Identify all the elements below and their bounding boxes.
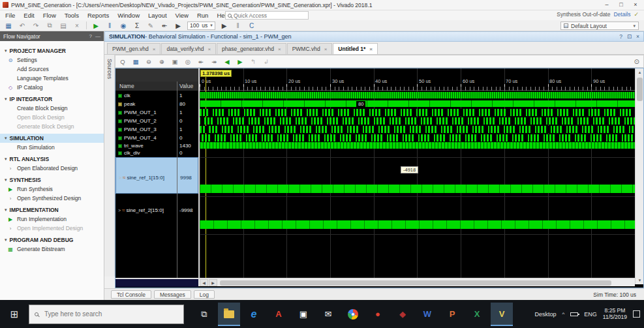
waveform-sine-ref-1[interactable] (200, 185, 635, 193)
section-simulation[interactable]: ▾SIMULATION (0, 134, 104, 143)
waveform-clk[interactable] (200, 92, 635, 98)
signal-row-clk-div[interactable]: clk_div0 (115, 149, 198, 157)
sidebar-item-language-templates[interactable]: Language Templates (0, 74, 104, 83)
waveform-pwm-out-2[interactable] (200, 117, 635, 125)
help-icon[interactable]: ? (89, 33, 92, 39)
tab-log[interactable]: Log (194, 290, 215, 299)
restart-sim-icon[interactable]: ↞ (160, 22, 169, 29)
edge-browser-icon[interactable]: e (243, 303, 265, 326)
excel-icon[interactable]: X (466, 303, 488, 326)
start-button[interactable]: ⊞ (0, 300, 29, 328)
sidebar-item-generate-block-design[interactable]: Generate Block Design (0, 122, 104, 131)
go-to-end-icon[interactable]: ↠ (210, 58, 218, 65)
menu-view[interactable]: View (176, 12, 189, 19)
find-icon[interactable]: Q (119, 58, 127, 65)
language-indicator[interactable]: ENG (584, 311, 597, 318)
menu-window[interactable]: Window (117, 12, 140, 19)
close-icon[interactable]: × (636, 33, 639, 40)
sidebar-item-settings[interactable]: ⊙Settings (0, 55, 104, 65)
horizontal-scrollbar[interactable]: ◀ ▶ (115, 278, 635, 286)
sidebar-item-ip-catalog[interactable]: ◇IP Catalog (0, 83, 104, 92)
zoom-out-icon[interactable]: ⊖ (145, 58, 153, 65)
tab-data-verify[interactable]: data_verify.vhd× (161, 43, 216, 54)
step-icon[interactable]: ▶ (174, 22, 183, 29)
sidebar-item-generate-bitstream[interactable]: ▦Generate Bitstream (0, 245, 104, 254)
section-ip-integrator[interactable]: ▾IP INTEGRATOR (0, 95, 104, 104)
menu-reports[interactable]: Reports (87, 12, 109, 19)
menu-edit[interactable]: Edit (23, 12, 34, 19)
close-button[interactable]: × (628, 0, 643, 10)
copy-icon[interactable]: ⧉ (45, 22, 54, 29)
chevron-down-icon[interactable]: ▾ (210, 23, 213, 28)
relaunch-icon[interactable]: C (247, 22, 256, 29)
battery-icon[interactable] (570, 312, 578, 316)
close-icon[interactable]: × (278, 46, 281, 52)
vivado-taskbar-icon[interactable]: V (491, 303, 513, 326)
sidebar-item-open-elaborated-design[interactable]: ›Open Elaborated Design (0, 164, 104, 173)
action-center-icon[interactable] (633, 310, 640, 318)
maximize-button[interactable]: □ (614, 0, 628, 10)
run-for-icon[interactable]: ▶ (220, 22, 229, 29)
section-caret-icon[interactable]: ▾ (5, 207, 7, 213)
sources-vertical-label[interactable]: Sources (106, 59, 113, 79)
section-implementation[interactable]: ▾IMPLEMENTATION (0, 205, 104, 215)
tab-phase-generator[interactable]: phase_generator.vhd× (217, 43, 286, 54)
waveform-sine-ref-2[interactable] (200, 220, 635, 229)
signal-row-peak[interactable]: peak80 (115, 100, 198, 108)
settings-icon[interactable]: ◉ (119, 22, 128, 29)
sidebar-item-open-synthesized-design[interactable]: ›Open Synthesized Design (0, 194, 104, 203)
sidebar-item-open-implemented-design[interactable]: ›Open Implemented Design (0, 224, 104, 233)
help-icon[interactable]: ? (619, 33, 622, 40)
cursor-prev-icon[interactable]: ↰ (249, 58, 257, 65)
section-caret-icon[interactable]: ▾ (5, 157, 7, 162)
paste-icon[interactable]: ▤ (59, 22, 68, 29)
expand-chevron-icon[interactable]: › (7, 226, 14, 231)
quick-access-input[interactable] (234, 12, 299, 19)
file-explorer-icon[interactable] (218, 303, 240, 326)
section-caret-icon[interactable]: ▾ (5, 136, 7, 141)
signal-row-pwm-out-3[interactable]: PWM_OUT_31 (115, 126, 198, 133)
signal-row-sine-ref-1-selected[interactable]: >≈sine_ref_1[15:0] 9998 (115, 157, 198, 194)
zoom-in-icon[interactable]: ⊕ (158, 58, 166, 65)
signal-row-pwm-out-4[interactable]: PWM_OUT_40 (115, 134, 198, 142)
cursor-time-label[interactable]: 1.378398 us (200, 70, 232, 77)
tab-pwmc[interactable]: PWMC.vhd× (287, 43, 333, 54)
mail-icon[interactable]: ✉ (317, 303, 339, 326)
zoom-fit-icon[interactable]: ▣ (171, 58, 179, 65)
edit-icon[interactable]: ✎ (146, 22, 155, 29)
clock[interactable]: 8:25 PM 11/5/2019 (603, 308, 627, 321)
next-transition-icon[interactable]: ▶ (236, 58, 244, 65)
signal-row-tri-wave[interactable]: tri_wave1430 (115, 142, 198, 149)
collapse-icon[interactable]: — (95, 33, 100, 39)
waveform-pwm-out-4[interactable] (200, 134, 635, 142)
menu-file[interactable]: File (5, 12, 15, 19)
sidebar-item-open-block-design[interactable]: Open Block Design (0, 113, 104, 122)
cursor-next-icon[interactable]: ↲ (262, 58, 270, 65)
redo-icon[interactable]: ↷ (31, 22, 40, 29)
waveform-pwm-out-3[interactable] (200, 126, 635, 133)
sidebar-item-create-block-design[interactable]: Create Block Design (0, 104, 104, 113)
chrome-icon[interactable] (342, 303, 364, 326)
menu-layout[interactable]: Layout (148, 12, 167, 19)
close-icon[interactable]: × (207, 46, 211, 52)
pause-icon[interactable]: ‖ (105, 22, 114, 29)
waveform-peak[interactable] (200, 100, 635, 107)
minimize-button[interactable]: – (600, 0, 614, 10)
signal-row-pwm-out-1[interactable]: PWM_OUT_11 (115, 109, 198, 116)
section-caret-icon[interactable]: ▾ (5, 177, 7, 183)
tab-pwm-gen[interactable]: PWM_gen.vhd× (107, 43, 161, 54)
run-icon[interactable]: ▶ (91, 22, 100, 29)
expand-chevron-icon[interactable]: › (7, 196, 14, 201)
delete-icon[interactable]: × (72, 22, 82, 29)
menu-flow[interactable]: Flow (43, 12, 56, 19)
sync-status-icon[interactable]: ✓ (634, 11, 639, 18)
adobe-reader-icon[interactable]: A (268, 303, 290, 326)
sidebar-item-run-implementation[interactable]: ▶Run Implementation (0, 215, 104, 224)
section-caret-icon[interactable]: ▾ (5, 237, 7, 243)
close-icon[interactable]: × (153, 46, 156, 52)
tab-messages[interactable]: Messages (154, 290, 191, 299)
scroll-up-icon[interactable]: ▲ (636, 68, 644, 76)
section-caret-icon[interactable]: ▾ (5, 48, 7, 53)
tab-untitled-1[interactable]: Untitled 1*× (333, 43, 378, 54)
waveform-canvas[interactable]: 0 us 10 us 20 us 30 us 40 us 50 us 60 us… (200, 68, 635, 278)
